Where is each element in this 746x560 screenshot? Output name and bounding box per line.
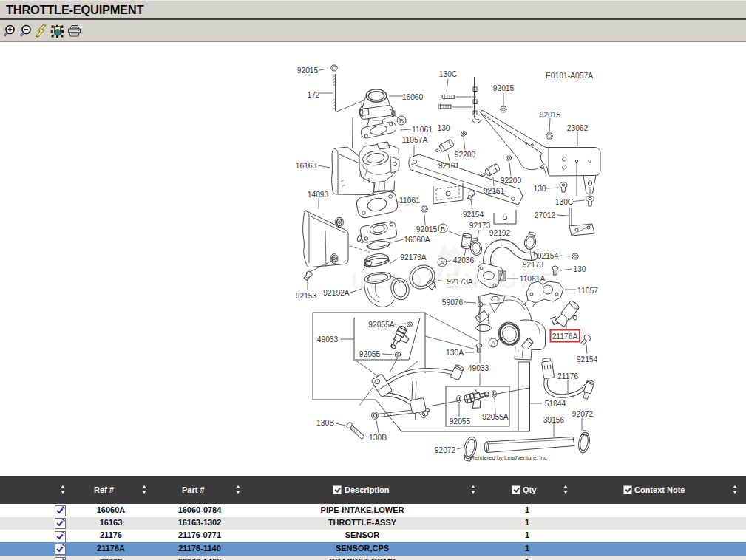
svg-text:21176A: 21176A: [552, 332, 578, 341]
svg-text:92173: 92173: [469, 222, 491, 230]
svg-text:130C: 130C: [555, 198, 574, 206]
svg-text:92055: 92055: [359, 350, 381, 358]
svg-text:21176: 21176: [557, 372, 578, 380]
svg-text:92055A: 92055A: [482, 413, 509, 421]
svg-text:92154: 92154: [463, 211, 484, 219]
svg-text:92192A: 92192A: [323, 289, 350, 297]
svg-text:130A: 130A: [446, 349, 464, 357]
svg-text:23062: 23062: [567, 124, 589, 132]
svg-text:92200: 92200: [501, 177, 522, 185]
svg-text:92173A: 92173A: [400, 253, 427, 262]
svg-text:42036: 42036: [453, 256, 475, 264]
svg-text:92072: 92072: [572, 410, 594, 418]
svg-text:92161: 92161: [484, 187, 505, 195]
svg-text:27012: 27012: [535, 211, 556, 219]
svg-text:92173A: 92173A: [447, 278, 473, 286]
svg-text:130: 130: [533, 185, 546, 193]
svg-text:A: A: [440, 259, 444, 267]
svg-text:A: A: [491, 340, 495, 347]
svg-text:11057: 11057: [577, 287, 598, 295]
svg-text:59076: 59076: [442, 298, 464, 307]
svg-text:130: 130: [573, 265, 586, 273]
svg-text:92173: 92173: [523, 261, 544, 269]
svg-text:92154: 92154: [538, 252, 559, 260]
svg-text:11057A: 11057A: [402, 136, 428, 144]
svg-text:Rendered by LeadVenture, Inc.: Rendered by LeadVenture, Inc.: [470, 454, 548, 461]
svg-text:92192: 92192: [489, 229, 511, 237]
svg-text:130C: 130C: [439, 70, 458, 78]
svg-text:92015: 92015: [493, 84, 515, 92]
svg-text:130B: 130B: [316, 419, 334, 427]
svg-text:92015: 92015: [416, 225, 438, 233]
svg-text:130B: 130B: [369, 434, 387, 442]
svg-text:92015: 92015: [297, 66, 319, 75]
svg-text:16060A: 16060A: [404, 236, 430, 244]
svg-text:11061: 11061: [399, 197, 420, 205]
svg-text:11061A: 11061A: [520, 275, 546, 283]
svg-text:16060: 16060: [402, 93, 424, 101]
svg-text:92153: 92153: [296, 292, 317, 300]
svg-text:51044: 51044: [545, 400, 566, 408]
svg-text:16163: 16163: [296, 162, 317, 170]
svg-text:130: 130: [437, 124, 450, 132]
svg-text:49033: 49033: [317, 335, 339, 344]
svg-text:39156: 39156: [543, 416, 565, 424]
svg-text:92055A: 92055A: [368, 321, 395, 329]
svg-text:B: B: [399, 117, 404, 125]
svg-text:11061: 11061: [412, 126, 433, 134]
svg-text:92015: 92015: [540, 111, 561, 119]
svg-text:92200: 92200: [455, 151, 476, 159]
svg-text:14093: 14093: [308, 191, 329, 199]
svg-text:49033: 49033: [468, 364, 489, 372]
svg-text:B: B: [441, 225, 445, 233]
svg-text:92072: 92072: [435, 446, 456, 454]
svg-text:92161: 92161: [438, 162, 460, 170]
svg-text:E0181-A057A: E0181-A057A: [546, 72, 593, 80]
svg-text:172: 172: [307, 91, 319, 99]
svg-text:92154: 92154: [577, 355, 598, 363]
svg-text:92055: 92055: [450, 417, 471, 426]
